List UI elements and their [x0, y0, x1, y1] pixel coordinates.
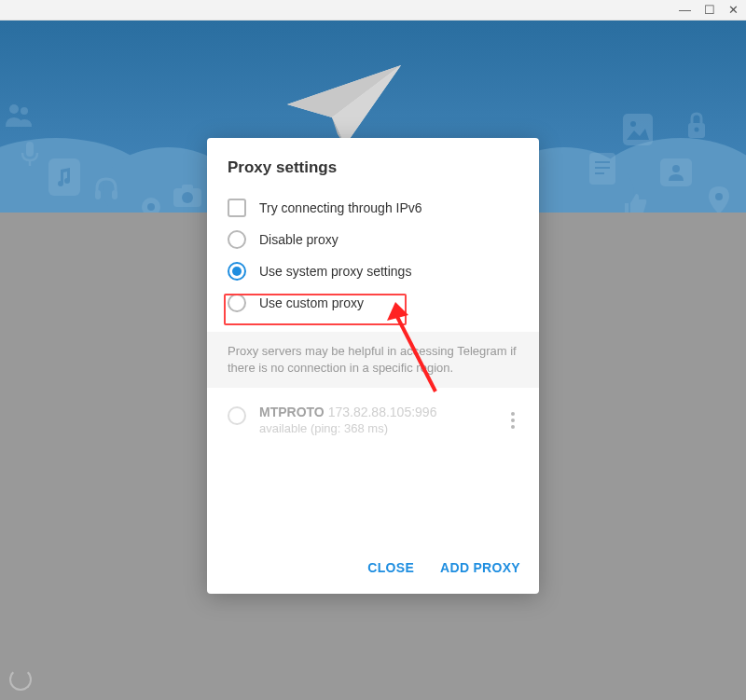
- saved-proxy-list: MTPROTO 173.82.88.105:996 available (pin…: [207, 388, 539, 452]
- ipv6-label: Try connecting through IPv6: [259, 200, 422, 215]
- proxy-options: Try connecting through IPv6 Disable prox…: [207, 192, 539, 332]
- svg-point-21: [672, 165, 680, 172]
- people-icon: [6, 103, 32, 127]
- proxy-item-radio[interactable]: [228, 406, 246, 425]
- svg-rect-6: [112, 190, 117, 199]
- proxy-status: available (ping: 368 ms): [259, 421, 494, 435]
- dialog-footer: CLOSE ADD PROXY: [207, 545, 539, 594]
- camera-icon: [173, 185, 201, 207]
- disable-proxy-label: Disable proxy: [259, 232, 338, 247]
- mic-icon: [21, 142, 39, 166]
- system-proxy-radio[interactable]: [228, 262, 246, 281]
- svg-point-13: [630, 121, 636, 127]
- system-proxy-row[interactable]: Use system proxy settings: [228, 255, 518, 287]
- svg-rect-2: [26, 142, 34, 157]
- like-icon: [623, 194, 647, 213]
- svg-rect-5: [95, 190, 101, 199]
- dialog-title: Proxy settings: [228, 158, 518, 177]
- custom-proxy-radio[interactable]: [228, 294, 246, 312]
- settings-icon: [140, 196, 162, 213]
- svg-point-1: [21, 107, 28, 115]
- image-file-icon: [623, 114, 653, 145]
- add-proxy-button[interactable]: ADD PROXY: [440, 560, 520, 575]
- headphones-icon: [93, 177, 119, 199]
- proxy-item-info: MTPROTO 173.82.88.105:996 available (pin…: [259, 405, 494, 435]
- svg-rect-4: [48, 158, 80, 196]
- disable-proxy-radio[interactable]: [228, 230, 246, 249]
- ipv6-checkbox-row[interactable]: Try connecting through IPv6: [228, 192, 518, 224]
- doc-icon: [589, 153, 615, 185]
- svg-point-22: [715, 193, 723, 200]
- proxy-address: 173.82.88.105:996: [328, 405, 437, 419]
- proxy-settings-dialog: Proxy settings Try connecting through IP…: [207, 138, 539, 594]
- proxy-item[interactable]: MTPROTO 173.82.88.105:996 available (pin…: [228, 399, 518, 441]
- svg-point-11: [182, 192, 193, 203]
- svg-point-0: [9, 104, 19, 114]
- svg-rect-12: [623, 114, 653, 145]
- custom-proxy-label: Use custom proxy: [259, 295, 364, 310]
- proxy-item-menu-button[interactable]: [507, 408, 518, 432]
- contact-card-icon: [660, 158, 692, 186]
- pin-icon: [709, 186, 729, 213]
- svg-point-8: [147, 203, 155, 211]
- info-text: Proxy servers may be helpful in accessin…: [207, 332, 539, 388]
- lock-icon: [686, 112, 707, 138]
- maximize-button[interactable]: ☐: [704, 4, 715, 16]
- system-proxy-label: Use system proxy settings: [259, 264, 411, 279]
- minimize-button[interactable]: —: [679, 4, 691, 16]
- loading-spinner: [9, 668, 32, 691]
- close-button[interactable]: CLOSE: [367, 560, 414, 575]
- close-window-button[interactable]: ✕: [728, 4, 739, 16]
- disable-proxy-row[interactable]: Disable proxy: [228, 224, 518, 255]
- ipv6-checkbox[interactable]: [228, 199, 246, 217]
- dialog-header: Proxy settings: [207, 138, 539, 192]
- window-titlebar: — ☐ ✕: [0, 0, 746, 21]
- music-file-icon: [48, 158, 80, 196]
- svg-rect-10: [182, 185, 193, 190]
- custom-proxy-row[interactable]: Use custom proxy: [228, 287, 518, 319]
- proxy-protocol: MTPROTO: [259, 405, 325, 419]
- svg-point-15: [695, 128, 699, 132]
